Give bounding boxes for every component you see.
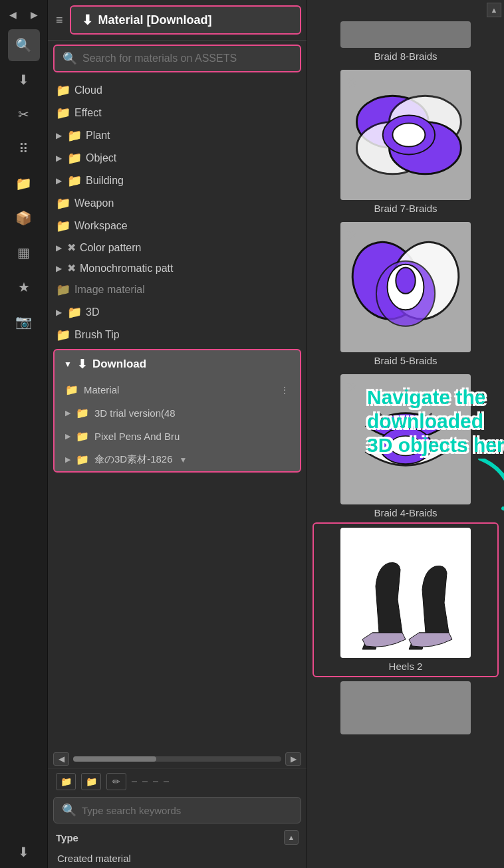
braid5-label: Braid 5-Braids bbox=[374, 355, 437, 366]
search-sidebar-button[interactable]: 🔍 bbox=[8, 29, 40, 61]
folder-icon: 📁 bbox=[56, 328, 70, 342]
created-material-label: Created material bbox=[57, 853, 131, 864]
material-download-button[interactable]: ⬇ Material [Download] bbox=[70, 5, 301, 35]
folder-icon: 📁 bbox=[67, 151, 82, 165]
tree-item-building[interactable]: ▶ 📁 Building bbox=[48, 169, 307, 192]
download2-sidebar-button[interactable]: ⬇ bbox=[8, 836, 40, 868]
tree-area: 📁 Cloud 📁 Effect ▶ 📁 Plant ▶ 📁 Object ▶ … bbox=[48, 76, 307, 751]
download-3dtrial-label: 3D trial version(48 bbox=[94, 407, 176, 419]
folder-icon: 📁 bbox=[56, 219, 70, 233]
tree-item-plant[interactable]: ▶ 📁 Plant bbox=[48, 124, 307, 147]
material-download-label: Material [Download] bbox=[98, 13, 212, 27]
folder-icon: 📁 bbox=[56, 282, 70, 297]
arrow-icon: ▶ bbox=[56, 154, 62, 163]
overlay-icon: ✖ bbox=[346, 380, 357, 395]
braid5-item[interactable]: ✖ Braid 5-Braids bbox=[313, 218, 499, 370]
tree-item-3d[interactable]: ▶ 📁 3D bbox=[48, 301, 307, 324]
tree-item-object[interactable]: ▶ 📁 Object bbox=[48, 147, 307, 169]
folder-icon: 📁 bbox=[65, 383, 78, 396]
ellipsis-icon: ⋮ bbox=[280, 385, 289, 395]
download-section: ▼ ⬇ Download 📁 Material ⋮ ▶ 📁 3D trial v… bbox=[53, 349, 301, 473]
assets-search-input[interactable] bbox=[82, 53, 292, 64]
download-sub-kasa[interactable]: ▶ 📁 傘の3D素材-1826 ▼ bbox=[55, 448, 300, 471]
tree-item-workspace[interactable]: 📁 Workspace bbox=[48, 215, 307, 237]
box-sidebar-button[interactable]: 📦 bbox=[8, 202, 40, 234]
type-section: Type ▲ bbox=[48, 826, 307, 849]
back-button[interactable]: ◀ bbox=[4, 5, 23, 24]
assets-search-bar: 🔍 bbox=[53, 45, 301, 72]
bottom-search-input[interactable] bbox=[82, 805, 293, 816]
main-panel: ≡ ⬇ Material [Download] 🔍 📁 Cloud 📁 Effe… bbox=[48, 0, 307, 868]
tree-item-image-material[interactable]: 📁 Image material bbox=[48, 278, 307, 301]
arrow-icon: ▶ bbox=[56, 243, 62, 253]
scroll-right-button[interactable]: ▶ bbox=[285, 752, 301, 766]
tree-item-weapon-label: Weapon bbox=[74, 197, 114, 209]
download-sidebar-button[interactable]: ⬇ bbox=[8, 64, 40, 96]
scrollbar-track[interactable] bbox=[73, 756, 281, 762]
folder-icon: 📁 bbox=[67, 305, 82, 320]
tree-item-monochromatic[interactable]: ▶ ✖ Monochromatic patt bbox=[48, 258, 307, 278]
grid-sidebar-button[interactable]: ⠿ bbox=[8, 133, 40, 165]
edit-folder-button[interactable]: ✏ bbox=[106, 773, 126, 790]
scroll-to-top-button[interactable]: ▲ bbox=[487, 3, 501, 17]
top-bar: ≡ ⬇ Material [Download] bbox=[48, 0, 307, 41]
download-material-label: Material bbox=[84, 384, 119, 395]
download-label: Download bbox=[92, 358, 146, 371]
folder-icon: 📁 bbox=[67, 128, 82, 143]
braid4-item[interactable]: ✖ Braid 4-Braids bbox=[313, 370, 499, 522]
scroll-left-button[interactable]: ◀ bbox=[53, 752, 69, 766]
tree-item-3d-label: 3D bbox=[86, 306, 99, 318]
tree-item-effect-label: Effect bbox=[74, 107, 102, 119]
table-sidebar-button[interactable]: ▦ bbox=[8, 237, 40, 269]
menu-toggle-button[interactable]: ≡ bbox=[53, 11, 66, 30]
arrow-icon: ▶ bbox=[65, 409, 70, 417]
overlay-icon: ✖ bbox=[346, 227, 357, 243]
add-folder2-button[interactable]: 📁 bbox=[81, 773, 101, 790]
braid4-label: Braid 4-Braids bbox=[374, 507, 437, 518]
download-arrow-icon: ▼ bbox=[64, 360, 72, 369]
type-scroll-button[interactable]: ▲ bbox=[284, 830, 299, 845]
bottom-partial-item[interactable] bbox=[313, 677, 499, 738]
download-sub-pixel-pens[interactable]: ▶ 📁 Pixel Pens And Bru bbox=[55, 425, 300, 448]
download-sub-3dtrial[interactable]: ▶ 📁 3D trial version(48 bbox=[55, 401, 300, 425]
tree-item-brush-tip-label: Brush Tip bbox=[74, 329, 120, 341]
braid5-thumb: ✖ bbox=[340, 222, 471, 352]
expand-icon: ▼ bbox=[180, 455, 188, 465]
braid8-item[interactable]: Braid 8-Braids bbox=[313, 17, 499, 66]
tree-item-effect[interactable]: 📁 Effect bbox=[48, 102, 307, 124]
camera-sidebar-button[interactable]: 📷 bbox=[8, 306, 40, 338]
tree-item-color-pattern[interactable]: ▶ ✖ Color pattern bbox=[48, 237, 307, 258]
star-sidebar-button[interactable]: ★ bbox=[8, 271, 40, 303]
download-sub-material[interactable]: 📁 Material ⋮ bbox=[55, 378, 300, 401]
bottom-search-bar: 🔍 bbox=[53, 797, 301, 823]
tree-item-plant-label: Plant bbox=[86, 130, 110, 142]
svg-point-15 bbox=[390, 436, 421, 455]
tree-item-cloud[interactable]: 📁 Cloud bbox=[48, 79, 307, 102]
tree-item-brush-tip[interactable]: 📁 Brush Tip bbox=[48, 324, 307, 346]
download-dl-icon: ⬇ bbox=[77, 357, 87, 372]
folder-icon: 📁 bbox=[56, 106, 70, 120]
horizontal-scrollbar: ◀ ▶ bbox=[48, 751, 307, 768]
heels2-label: Heels 2 bbox=[389, 661, 423, 672]
content-area: ▲ Braid 8-Braids ✖ bbox=[307, 0, 504, 868]
folder-icon: 📁 bbox=[67, 173, 82, 188]
assets-search-icon: 🔍 bbox=[63, 51, 77, 66]
download-pixel-pens-label: Pixel Pens And Bru bbox=[94, 431, 180, 442]
grid-items: Braid 8-Braids ✖ Braid 7-Braids bbox=[307, 17, 504, 744]
heels2-item[interactable]: Heels 2 bbox=[313, 522, 499, 677]
tree-item-image-material-label: Image material bbox=[74, 284, 145, 296]
svg-point-6 bbox=[392, 123, 425, 146]
arrow-icon: ▶ bbox=[56, 264, 62, 273]
add-folder-button[interactable]: 📁 bbox=[56, 773, 76, 790]
folder-sidebar-button[interactable]: 📁 bbox=[8, 167, 40, 199]
tree-item-workspace-label: Workspace bbox=[74, 220, 128, 232]
braid8-label: Braid 8-Braids bbox=[374, 51, 437, 62]
scissors-sidebar-button[interactable]: ✂ bbox=[8, 98, 40, 130]
download-header[interactable]: ▼ ⬇ Download bbox=[55, 350, 300, 378]
tree-item-monochromatic-label: Monochromatic patt bbox=[80, 263, 174, 274]
forward-button[interactable]: ▶ bbox=[25, 5, 44, 24]
tree-item-weapon[interactable]: 📁 Weapon bbox=[48, 192, 307, 215]
special-icon: ✖ bbox=[67, 241, 76, 254]
created-material-item[interactable]: Created material bbox=[48, 849, 307, 868]
braid7-item[interactable]: ✖ Braid 7-Braids bbox=[313, 66, 499, 218]
